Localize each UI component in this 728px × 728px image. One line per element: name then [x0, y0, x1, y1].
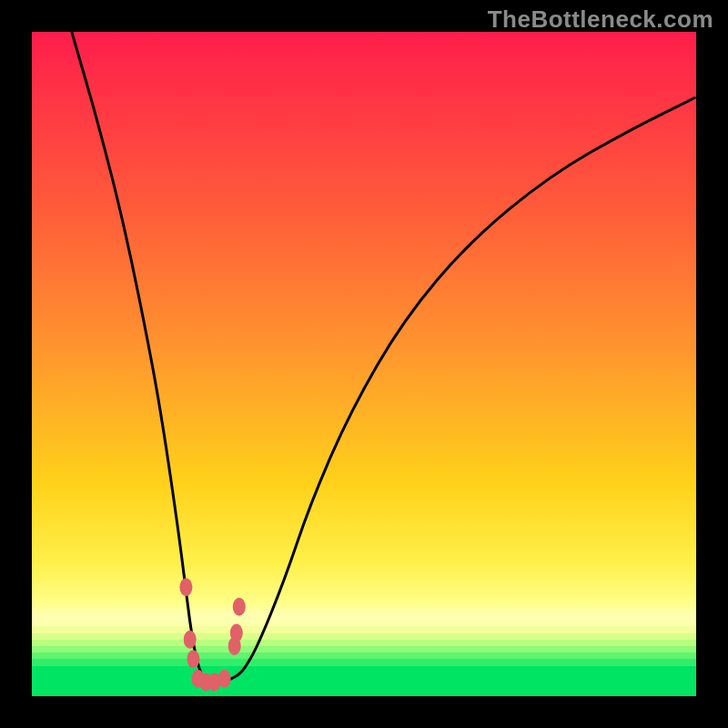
data-point — [179, 578, 192, 596]
data-point — [233, 598, 246, 616]
data-point — [187, 650, 199, 668]
watermark-text: TheBottleneck.com — [488, 5, 713, 34]
data-points — [179, 578, 245, 691]
chart-frame — [32, 32, 696, 696]
data-point — [218, 670, 231, 688]
data-point — [184, 631, 197, 649]
bottleneck-curve-svg — [32, 32, 696, 696]
data-point — [230, 624, 243, 642]
bottleneck-curve — [72, 32, 696, 684]
